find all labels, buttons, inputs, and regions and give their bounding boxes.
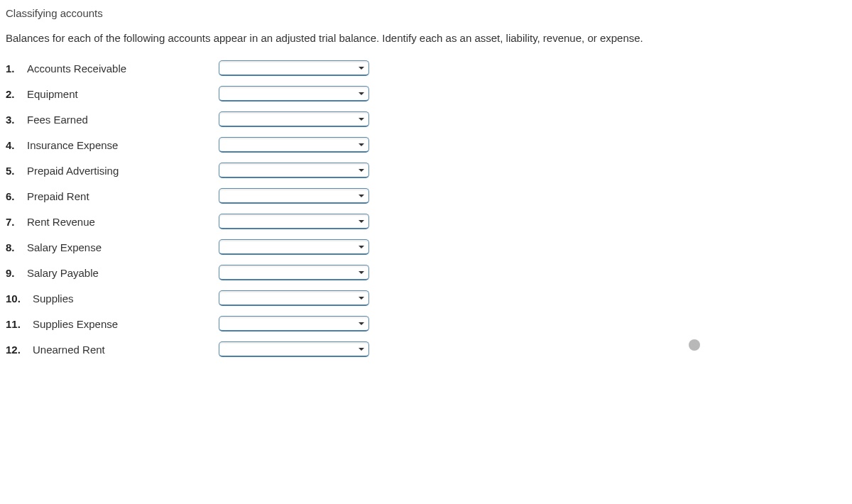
select-value[interactable] xyxy=(219,214,369,229)
select-value[interactable] xyxy=(219,265,369,280)
account-label: Supplies xyxy=(33,292,74,305)
row-number: 9. xyxy=(6,267,23,279)
classification-select[interactable] xyxy=(219,111,369,127)
classification-select[interactable] xyxy=(219,163,369,178)
select-value[interactable] xyxy=(219,316,369,332)
row-number: 5. xyxy=(6,165,23,177)
classification-select[interactable] xyxy=(219,137,369,153)
page-wrap: Classifying accounts Balances for each o… xyxy=(6,7,846,362)
select-value[interactable] xyxy=(219,163,369,178)
account-row: 11. Supplies Expense xyxy=(6,311,846,336)
account-label: Prepaid Rent xyxy=(27,190,89,202)
classification-select[interactable] xyxy=(219,214,369,229)
classification-select[interactable] xyxy=(219,341,369,357)
account-row: 4. Insurance Expense xyxy=(6,132,846,158)
account-label-col: 9. Salary Payable xyxy=(6,267,219,279)
row-number: 2. xyxy=(6,88,23,100)
row-number: 3. xyxy=(6,114,23,126)
account-label: Fees Earned xyxy=(27,114,88,126)
row-number: 7. xyxy=(6,216,23,228)
account-label-col: 8. Salary Expense xyxy=(6,241,219,253)
classification-select[interactable] xyxy=(219,86,369,102)
account-row: 10. Supplies xyxy=(6,285,846,311)
classification-select[interactable] xyxy=(219,239,369,255)
row-number: 1. xyxy=(6,62,23,75)
account-label: Insurance Expense xyxy=(27,139,118,151)
select-value[interactable] xyxy=(219,60,369,76)
account-row: 1. Accounts Receivable xyxy=(6,55,846,81)
row-number: 10. xyxy=(6,292,28,305)
row-number: 8. xyxy=(6,241,23,253)
select-value[interactable] xyxy=(219,341,369,357)
select-value[interactable] xyxy=(219,137,369,153)
account-row: 6. Prepaid Rent xyxy=(6,183,846,209)
instructions-text: Balances for each of the following accou… xyxy=(6,32,846,44)
account-row: 12. Unearned Rent xyxy=(6,336,846,362)
select-value[interactable] xyxy=(219,239,369,255)
row-number: 4. xyxy=(6,139,23,151)
account-label-col: 6. Prepaid Rent xyxy=(6,190,219,202)
account-row: 8. Salary Expense xyxy=(6,234,846,260)
account-label: Unearned Rent xyxy=(33,344,105,356)
account-label-col: 7. Rent Revenue xyxy=(6,216,219,228)
account-label-col: 4. Insurance Expense xyxy=(6,139,219,151)
account-label: Rent Revenue xyxy=(27,216,95,228)
account-row: 9. Salary Payable xyxy=(6,260,846,285)
account-label-col: 12. Unearned Rent xyxy=(6,344,219,356)
account-row: 2. Equipment xyxy=(6,81,846,106)
account-row: 7. Rent Revenue xyxy=(6,209,846,234)
account-label-col: 11. Supplies Expense xyxy=(6,318,219,330)
row-number: 6. xyxy=(6,190,23,202)
page-title: Classifying accounts xyxy=(6,7,846,19)
row-number: 11. xyxy=(6,318,28,330)
select-value[interactable] xyxy=(219,290,369,306)
account-label-col: 5. Prepaid Advertising xyxy=(6,165,219,177)
select-value[interactable] xyxy=(219,86,369,102)
account-label: Supplies Expense xyxy=(33,318,118,330)
account-label-col: 3. Fees Earned xyxy=(6,114,219,126)
select-value[interactable] xyxy=(219,111,369,127)
classification-select[interactable] xyxy=(219,265,369,280)
account-row: 3. Fees Earned xyxy=(6,106,846,132)
account-label: Accounts Receivable xyxy=(27,62,126,75)
cursor-dot-icon xyxy=(689,339,700,351)
account-label: Prepaid Advertising xyxy=(27,165,119,177)
classification-select[interactable] xyxy=(219,188,369,204)
account-label: Salary Expense xyxy=(27,241,102,253)
account-label-col: 2. Equipment xyxy=(6,88,219,100)
classification-select[interactable] xyxy=(219,60,369,76)
account-label: Salary Payable xyxy=(27,267,99,279)
classification-select[interactable] xyxy=(219,290,369,306)
account-label: Equipment xyxy=(27,88,78,100)
select-value[interactable] xyxy=(219,188,369,204)
classification-select[interactable] xyxy=(219,316,369,332)
account-label-col: 1. Accounts Receivable xyxy=(6,62,219,75)
row-number: 12. xyxy=(6,344,28,356)
account-label-col: 10. Supplies xyxy=(6,292,219,305)
account-row: 5. Prepaid Advertising xyxy=(6,158,846,183)
account-rows: 1. Accounts Receivable 2. Equipment xyxy=(6,55,846,362)
